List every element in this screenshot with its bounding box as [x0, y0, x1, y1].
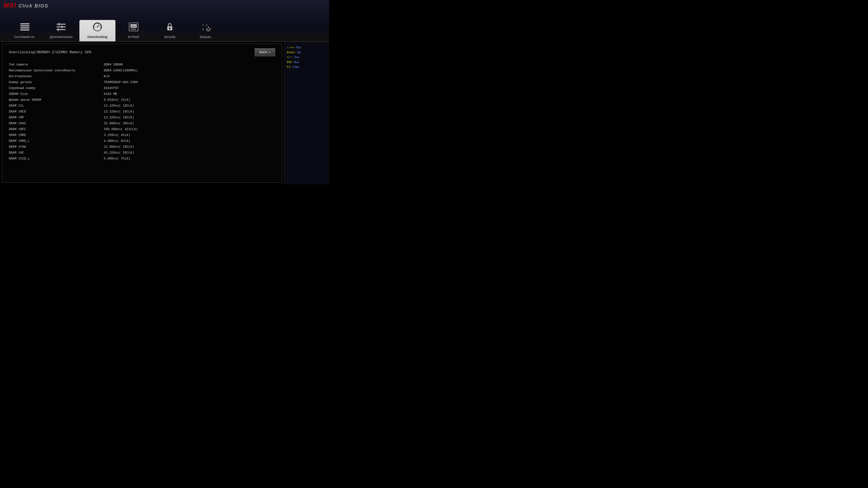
svg-rect-7: [61, 26, 62, 28]
logo-clickbios: Click BIOS: [19, 3, 49, 8]
table-row: DRAM tRP 13.320ns( 16CLK): [9, 115, 275, 121]
tab-status-label: Состояние си..: [14, 35, 36, 39]
row-value: 13.320ns( 16CLK): [104, 116, 134, 119]
row-label: DRAM tCCD_L: [9, 157, 104, 160]
help-row: +/-: Зна: [287, 55, 327, 60]
tab-mflash[interactable]: BIOS M-Flash: [116, 20, 152, 41]
row-value: 32.000ns( 39CLK): [104, 122, 134, 125]
row-label: Серийный номер: [9, 86, 104, 90]
table-row: ИзготовлениеN/A: [9, 73, 275, 79]
svg-text:3: 3: [202, 28, 204, 31]
table-row: DRAM tRFC 350.000ns( 421CLK): [9, 126, 275, 132]
main-content: Overclocking\MEMORY-Z\DIMM2 Memory SPD B…: [0, 42, 329, 184]
help-key: ↑↓++:: [287, 45, 295, 51]
row-value: 350.000ns( 421CLK): [104, 127, 138, 131]
help-key: +/-:: [287, 55, 293, 60]
svg-rect-21: [133, 29, 134, 30]
table-row: DRAM tRC 45.320ns( 55CLK): [9, 150, 275, 156]
logo-msi: MSI: [4, 2, 16, 9]
help-desc: Спра: [293, 65, 299, 70]
table-row: Тип памятиDDR4 SDRAM: [9, 62, 275, 68]
tab-status[interactable]: Состояние си..: [7, 20, 43, 41]
back-button[interactable]: BACK ➜: [255, 48, 275, 56]
left-panel: Overclocking\MEMORY-Z\DIMM2 Memory SPD B…: [2, 43, 282, 183]
table-row: Время цикла SDRAM 0.833ns( 1CLK): [9, 97, 275, 103]
lock-icon: [165, 22, 175, 34]
row-label: DRAM tRP: [9, 116, 104, 119]
row-label: DRAM tRAS: [9, 122, 104, 125]
back-label: BACK: [259, 51, 267, 54]
help-key: Enter:: [287, 51, 297, 55]
tab-overclocking[interactable]: Overclocking: [79, 20, 116, 41]
row-label: DRAM tRFC: [9, 127, 104, 131]
svg-rect-2: [20, 27, 29, 29]
table-row: DRAM tCL 13.320ns( 16CLK): [9, 103, 275, 109]
row-label: SDRAM Size: [9, 92, 104, 96]
help-desc: Вы: [298, 51, 301, 55]
tab-mflash-label: M-Flash: [128, 35, 139, 39]
table-row: Максимальная пропускная способностьDDR4-…: [9, 68, 275, 73]
table-row: Серийный номер01045f87: [9, 85, 275, 91]
back-arrow-icon: ➜: [269, 51, 270, 54]
tab-security-label: Security: [164, 35, 176, 39]
row-value: DDR4-2400(1200MHz): [104, 69, 138, 72]
help-text: ↑↓++: ПерEnter: Вы+/-: ЗнаESC: ВыхF1: Сп…: [287, 45, 327, 70]
header: MSI Click BIOS Состояние си..: [0, 0, 329, 42]
svg-rect-0: [20, 23, 29, 24]
info-table: Тип памятиDDR4 SDRAMМаксимальная пропуск…: [9, 62, 275, 162]
tab-boot[interactable]: 1 2 3 Загрузк..: [188, 20, 224, 41]
table-row: DRAM tRRD_L 4.900ns( 6CLK): [9, 138, 275, 144]
row-label: DRAM tRRD: [9, 133, 104, 137]
row-label: Номер детали: [9, 80, 104, 84]
row-value: TEAMGROUP-UD4-2400: [104, 80, 138, 84]
row-value: 0.833ns( 1CLK): [104, 98, 130, 102]
help-desc: Пер: [296, 45, 301, 51]
row-value: 5.000ns( 7CLK): [104, 157, 130, 160]
row-label: Максимальная пропускная способность: [9, 69, 104, 72]
help-key: ESC:: [287, 60, 293, 65]
logo: MSI Click BIOS: [0, 0, 52, 11]
table-row: DRAM tRCD 13.320ns( 16CLK): [9, 109, 275, 115]
row-value: 3.299ns( 4CLK): [104, 133, 130, 137]
breadcrumb-row: Overclocking\MEMORY-Z\DIMM2 Memory SPD B…: [9, 48, 275, 56]
table-row: SDRAM Size8192 MB: [9, 91, 275, 97]
tab-advanced[interactable]: Дополнительно: [43, 20, 79, 41]
row-label: DRAM tCL: [9, 104, 104, 107]
table-row: DRAM tCCD_L 5.000ns( 7CLK): [9, 156, 275, 162]
svg-rect-20: [132, 29, 133, 30]
row-value: DDR4 SDRAM: [104, 63, 123, 66]
table-row: Номер деталиTEAMGROUP-UD4-2400: [9, 79, 275, 85]
row-value: 13.320ns( 16CLK): [104, 110, 134, 113]
svg-rect-3: [20, 29, 29, 31]
svg-rect-9: [58, 28, 59, 31]
help-row: Enter: Вы: [287, 51, 327, 55]
bios-icon: BIOS: [129, 22, 138, 34]
row-value: 45.320ns( 55CLK): [104, 151, 134, 155]
row-value: 8192 MB: [104, 92, 117, 96]
help-desc: Зна: [294, 55, 299, 60]
svg-text:2: 2: [206, 23, 208, 27]
table-row: DRAM tRRD 3.299ns( 4CLK): [9, 132, 275, 138]
list-icon: [20, 22, 30, 34]
row-value: 13.320ns( 16CLK): [104, 104, 134, 107]
svg-rect-1: [20, 25, 29, 26]
help-key: F1:: [287, 65, 292, 70]
row-label: Время цикла SDRAM: [9, 98, 104, 102]
svg-rect-6: [57, 26, 66, 27]
power-icon: 1 2 3: [201, 22, 211, 34]
tab-security[interactable]: Security: [152, 20, 188, 41]
svg-text:BIOS: BIOS: [131, 25, 135, 27]
row-label: DRAM tFAW: [9, 145, 104, 149]
row-label: DRAM tRRD_L: [9, 139, 104, 143]
svg-text:1: 1: [202, 23, 204, 27]
row-value: 4.900ns( 6CLK): [104, 139, 130, 143]
svg-point-12: [97, 26, 98, 27]
svg-rect-22: [135, 29, 136, 30]
row-label: DRAM tRC: [9, 151, 104, 155]
help-row: ESC: Вых: [287, 60, 327, 65]
row-label: Тип памяти: [9, 63, 104, 66]
gauge-icon: [92, 22, 102, 34]
help-row: ↑↓++: Пер: [287, 45, 327, 51]
right-panel: ↑↓++: ПерEnter: Вы+/-: ЗнаESC: ВыхF1: Сп…: [284, 42, 329, 184]
row-label: Изготовление: [9, 74, 104, 78]
